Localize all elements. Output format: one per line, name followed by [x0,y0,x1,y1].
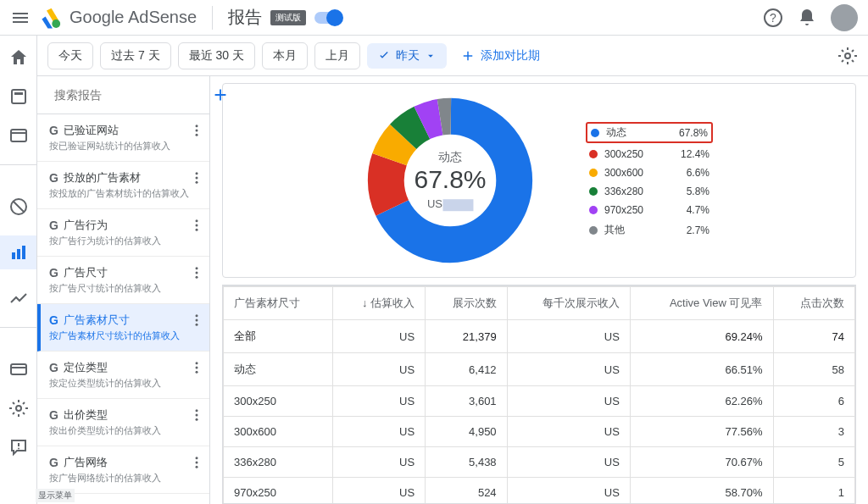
donut-center-pct: 67.8% [414,165,486,194]
svg-rect-9 [12,252,15,259]
report-title: 出价类型 [64,407,108,423]
report-item[interactable]: G投放的广告素材 按投放的广告素材统计的估算收入 [37,162,209,209]
legend-value: 5.8% [687,186,709,197]
google-mark-icon: G [49,124,58,137]
home-icon[interactable] [8,47,29,68]
adsense-logo[interactable]: Google AdSense [41,6,197,30]
svg-rect-3 [12,90,25,103]
plus-circle-icon [211,86,230,104]
optimize-icon[interactable] [8,288,29,308]
legend-name: 970x250 [604,204,680,216]
beta-badge: 测试版 [270,10,306,25]
cell-clicks: 1 [773,478,855,505]
svg-point-23 [196,172,198,174]
adsense-logo-icon [41,6,64,30]
search-reports-input[interactable] [54,88,203,102]
cell-av: 58.70% [630,478,773,505]
legend-row[interactable]: 300x250 12.4% [586,147,713,162]
table-row[interactable]: 动态 US 6,412 US 66.51% 58 [224,353,855,386]
chip-yesterday-label: 昨天 [396,48,420,64]
col-active-view[interactable]: Active View 可见率 [630,287,773,320]
svg-point-17 [845,53,850,58]
report-item[interactable]: G广告网络 按广告网络统计的估算收入 [37,446,209,494]
report-item[interactable]: G广告素材尺寸 按广告素材尺寸统计的估算收入 [37,304,209,352]
sites-icon[interactable] [8,125,29,146]
more-vert-icon[interactable] [189,360,204,375]
nav-reports[interactable] [0,235,36,269]
more-vert-icon[interactable] [189,455,204,470]
report-item[interactable]: G定位类型 按定位类型统计的估算收入 [37,352,209,399]
report-settings-icon[interactable] [837,46,858,66]
cell-rev: US [333,320,426,353]
more-vert-icon[interactable] [189,313,204,328]
cell-dim: 全部 [224,320,333,353]
account-avatar[interactable] [831,4,858,31]
report-item[interactable]: G广告行为 按广告行为统计的估算收入 [37,209,209,257]
report-item[interactable]: G已验证网站 按已验证网站统计的估算收入 [37,114,209,162]
legend-dot-icon [589,226,598,235]
date-toolbar: 今天 过去 7 天 最近 30 天 本月 上月 昨天 添加对比期 [37,36,868,76]
chip-last-7[interactable]: 过去 7 天 [100,42,171,69]
legend-row[interactable]: 970x250 4.7% [586,202,713,218]
col-rpm[interactable]: 每千次展示收入 [507,287,630,320]
table-row[interactable]: 970x250 US 524 US 58.70% 1 [224,478,855,505]
add-report-button[interactable] [211,83,230,107]
more-vert-icon[interactable] [189,407,204,423]
settings-icon[interactable] [8,398,29,418]
block-icon[interactable] [8,197,29,217]
more-vert-icon[interactable] [189,265,204,280]
payments-icon[interactable] [8,359,29,379]
add-compare-button[interactable]: 添加对比期 [460,48,540,64]
col-clicks[interactable]: 点击次数 [773,287,855,320]
google-mark-icon: G [49,171,58,185]
legend-name: 动态 [606,125,672,140]
cell-imp: 6,412 [426,353,507,386]
page-title: 报告 [228,6,262,29]
legend-row[interactable]: 300x600 6.6% [586,165,713,180]
report-subtitle: 按广告尺寸统计的估算收入 [49,282,199,295]
report-subtitle: 按投放的广告素材统计的估算收入 [49,187,199,200]
chip-yesterday[interactable]: 昨天 [367,43,447,69]
more-vert-icon[interactable] [189,170,204,186]
col-impressions[interactable]: 展示次数 [426,287,507,320]
legend-row[interactable]: 动态 67.8% [586,122,713,143]
donut-center-label: 动态 [414,150,486,165]
chip-last-30[interactable]: 最近 30 天 [178,42,255,69]
table-row[interactable]: 300x600 US 4,950 US 77.56% 3 [224,417,855,447]
table-row[interactable]: 全部 US 21,379 US 69.24% 74 [224,320,855,353]
svg-point-37 [196,371,198,374]
col-dimension[interactable]: 广告素材尺寸 [224,287,333,320]
legend-value: 4.7% [687,204,709,216]
report-item[interactable]: G广告尺寸 按广告尺寸统计的估算收入 [37,257,209,304]
chip-this-month[interactable]: 本月 [262,42,308,69]
chip-today[interactable]: 今天 [47,42,93,69]
hamburger-icon[interactable] [10,8,31,28]
ads-icon[interactable] [8,86,29,107]
report-subtitle: 按定位类型统计的估算收入 [49,377,199,390]
reports-list[interactable]: G已验证网站 按已验证网站统计的估算收入 G投放的广告素材 按投放的广告素材统计… [37,114,209,504]
more-vert-icon[interactable] [189,218,204,233]
help-icon[interactable]: ? [763,8,783,28]
more-vert-icon[interactable] [189,123,204,138]
table-row[interactable]: 336x280 US 5,438 US 70.67% 5 [224,447,855,478]
cell-imp: 21,379 [426,320,507,353]
svg-point-29 [196,267,198,269]
beta-toggle[interactable] [314,12,342,24]
legend-row[interactable]: 其他 2.7% [586,221,713,239]
col-revenue[interactable]: ↓ 估算收入 [333,287,426,320]
header-divider [212,6,213,30]
legend-name: 336x280 [604,186,680,197]
feedback-icon[interactable] [8,437,29,457]
report-item[interactable]: G出价类型 按出价类型统计的估算收入 [37,399,209,446]
report-subtitle: 按出价类型统计的估算收入 [49,424,199,437]
cell-dim: 300x600 [224,417,333,447]
cell-rpm: US [507,320,630,353]
donut-center-value: US [414,197,486,211]
legend-dot-icon [589,150,598,158]
nav-rail [0,36,37,504]
data-table[interactable]: 广告素材尺寸 ↓ 估算收入 展示次数 每千次展示收入 Active View 可… [222,285,856,504]
table-row[interactable]: 300x250 US 3,601 US 62.26% 6 [224,386,855,417]
chip-last-month[interactable]: 上月 [314,42,360,69]
legend-row[interactable]: 336x280 5.8% [586,184,713,199]
notifications-icon[interactable] [797,8,817,28]
